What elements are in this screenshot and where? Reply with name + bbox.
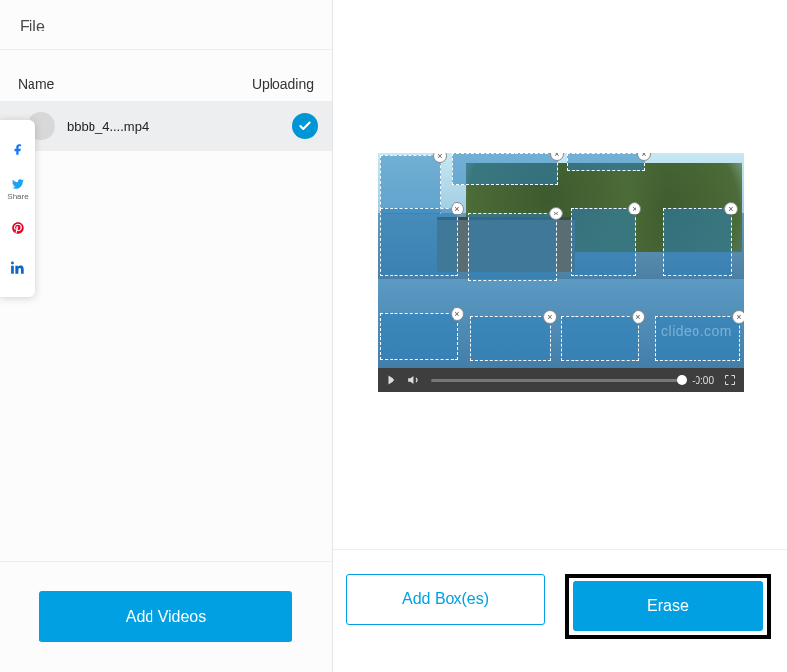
upload-complete-icon [292, 113, 318, 139]
erase-highlight-frame: Erase [565, 574, 771, 639]
share-linkedin-button[interactable] [0, 250, 35, 285]
add-boxes-button[interactable]: Add Box(es) [346, 574, 545, 625]
close-icon[interactable]: × [451, 202, 464, 215]
video-progress[interactable] [431, 379, 682, 382]
selection-box[interactable]: × [470, 316, 551, 361]
col-uploading: Uploading [252, 76, 314, 92]
close-icon[interactable]: × [724, 202, 738, 215]
video-controls: -0:00 [378, 368, 744, 392]
close-icon[interactable]: × [549, 207, 563, 220]
main-footer: Add Box(es) Erase [333, 549, 787, 672]
selection-box[interactable]: × [380, 155, 441, 214]
social-share-bar: Share [0, 120, 35, 297]
fullscreen-icon[interactable] [724, 374, 736, 386]
selection-box[interactable]: × [571, 208, 636, 276]
selection-box[interactable]: × [468, 213, 557, 281]
main-panel: clideo.com × × × × × × × × × × × [333, 0, 787, 672]
linkedin-icon [11, 261, 25, 275]
selection-box[interactable]: × [561, 316, 639, 361]
twitter-icon [11, 177, 25, 191]
selection-box[interactable]: × [567, 153, 645, 171]
selection-box[interactable]: × [655, 316, 740, 361]
share-facebook-button[interactable] [0, 132, 35, 167]
share-label: Share [7, 192, 28, 201]
add-videos-button[interactable]: Add Videos [39, 591, 292, 642]
file-section-header: File [0, 0, 332, 50]
selection-box[interactable]: × [380, 313, 458, 360]
close-icon[interactable]: × [451, 307, 464, 321]
sidebar-spacer [0, 151, 332, 561]
close-icon[interactable]: × [632, 310, 645, 324]
col-name: Name [18, 76, 54, 92]
svg-marker-1 [408, 376, 413, 384]
pinterest-icon [11, 221, 25, 235]
play-icon[interactable] [386, 374, 397, 386]
share-twitter-button[interactable]: Share [0, 171, 35, 207]
share-pinterest-button[interactable] [0, 211, 35, 246]
erase-button[interactable]: Erase [573, 581, 763, 631]
sidebar: File Name Uploading bbbb_4....mp4 Add Vi… [0, 0, 333, 672]
file-list: bbbb_4....mp4 [0, 101, 332, 151]
svg-marker-0 [389, 376, 395, 385]
selection-box[interactable]: × [452, 153, 558, 185]
selection-box[interactable]: × [380, 208, 458, 276]
file-list-header: Name Uploading [0, 50, 332, 101]
selection-box[interactable]: × [663, 208, 732, 276]
file-title: File [20, 18, 312, 35]
close-icon[interactable]: × [732, 310, 744, 324]
video-frame[interactable]: clideo.com × × × × × × × × × × × [378, 153, 744, 368]
file-name: bbbb_4....mp4 [67, 119, 292, 134]
volume-icon[interactable] [407, 373, 421, 387]
close-icon[interactable]: × [543, 310, 557, 324]
video-area: clideo.com × × × × × × × × × × × [333, 0, 787, 549]
close-icon[interactable]: × [628, 202, 641, 215]
facebook-icon [11, 143, 25, 156]
video-wrapper: clideo.com × × × × × × × × × × × [378, 153, 744, 392]
video-time: -0:00 [692, 375, 714, 386]
file-row[interactable]: bbbb_4....mp4 [0, 101, 332, 151]
app-root: File Name Uploading bbbb_4....mp4 Add Vi… [0, 0, 787, 672]
sidebar-footer: Add Videos [0, 561, 332, 672]
